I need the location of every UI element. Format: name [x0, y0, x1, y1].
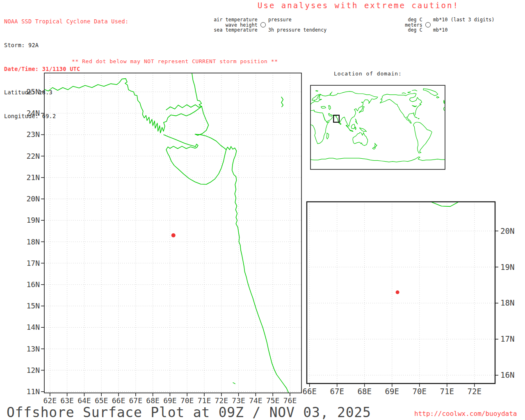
y-axis-tick-label: 12N: [26, 366, 40, 374]
y-axis-tick-label: 17N: [26, 259, 40, 267]
y-axis-tick-label: 21N: [26, 173, 40, 182]
world-coastline: [443, 100, 445, 103]
units-degc-label-bottom: deg C: [399, 27, 422, 32]
zoom-map-frame: [307, 202, 495, 383]
location-of-domain-title: Location of domain:: [334, 71, 402, 77]
cyclone-info-block: NOAA SSD Tropical Cyclone Data Used: Sto…: [4, 2, 128, 136]
x-axis-tick-label: 67E: [330, 387, 344, 396]
x-axis-tick-label: 63E: [60, 396, 74, 405]
legend-pressure-tendency-label: 3h pressure tendency: [268, 27, 326, 32]
storm-position-dot: [396, 290, 399, 294]
coastline: [195, 106, 209, 135]
y-axis-tick-label: 20N: [26, 194, 40, 203]
coastline: [382, 123, 437, 146]
x-axis-tick-label: 72E: [215, 396, 228, 405]
world-coastline: [372, 147, 375, 149]
legend-pressure-label: pressure: [268, 17, 326, 22]
world-coastline: [323, 115, 325, 121]
cyclone-data-source-line: NOAA SSD Tropical Cyclone Data Used:: [4, 18, 128, 25]
coastline: [432, 122, 482, 148]
units-model-circle-icon: [425, 22, 431, 27]
zoom-map-graticule: [307, 202, 495, 383]
x-axis-tick-label: 75E: [266, 396, 280, 405]
units-mb10-label: mb*10: [433, 27, 495, 32]
red-dot-warning: ** Red dot below may NOT represent CURRE…: [72, 58, 278, 64]
x-axis-tick-label: 69E: [163, 396, 177, 405]
station-model-circle-icon: [260, 22, 266, 27]
y-axis-tick-label: 16N: [500, 370, 514, 379]
y-axis-tick-label: 22N: [26, 152, 40, 160]
x-axis-tick-label: 74E: [249, 396, 262, 405]
x-axis-tick-label: 66E: [303, 387, 317, 396]
world-location-map: [310, 85, 445, 169]
x-axis-tick-label: 72E: [468, 387, 482, 396]
x-axis-tick-label: 62E: [43, 396, 57, 405]
y-axis-tick-label: 17N: [500, 334, 514, 343]
world-coastline: [380, 93, 422, 123]
world-coastline: [355, 119, 358, 124]
x-axis-tick-label: 76E: [283, 396, 297, 405]
world-coastline: [423, 89, 438, 96]
coastline: [233, 383, 235, 384]
storm-latitude-line: Latitude: 18.3: [4, 89, 128, 96]
world-coastline: [310, 122, 330, 144]
legend-sea-temperature-label: sea temperature: [196, 27, 258, 32]
world-coastline: [316, 91, 318, 91]
world-coastline: [412, 90, 417, 91]
coastline: [191, 28, 443, 120]
legend-air-temperature-label: air temperature: [196, 17, 258, 22]
y-axis-tick-label: 16N: [26, 280, 40, 289]
world-coastline: [329, 105, 331, 110]
y-axis-tick-label: 19N: [500, 262, 514, 272]
x-axis-tick-label: 70E: [413, 387, 427, 396]
y-axis-tick-label: 13N: [26, 345, 40, 353]
x-axis-tick-label: 67E: [129, 396, 143, 405]
y-axis-tick-label: 19N: [26, 216, 40, 224]
world-coastline: [310, 157, 445, 162]
world-coastline: [310, 91, 378, 126]
x-axis-tick-label: 68E: [358, 387, 372, 396]
coastline: [164, 135, 198, 148]
coastline: [166, 146, 226, 185]
world-coastline: [414, 116, 417, 118]
caution-banner: Use analyses with extreme caution!: [258, 1, 459, 10]
units-mb10-digits-label: mb*10 (last 3 digits): [433, 17, 495, 22]
zoom-inset-map: 66E67E68E69E70E71E72E16N17N18N19N20N: [191, 19, 525, 420]
buoy-plot-page: 62E63E64E65E66E67E68E69E70E71E72E73E74E7…: [0, 0, 525, 420]
storm-id-line: Storm: 92A: [4, 41, 128, 49]
storm-position-dot: [171, 233, 176, 237]
world-coastline: [413, 122, 432, 153]
x-axis-tick-label: 65E: [95, 396, 108, 405]
y-axis-tick-label: 20N: [500, 226, 514, 235]
coastline: [166, 105, 202, 110]
y-axis-tick-label: 15N: [26, 301, 40, 310]
coastline: [386, 142, 482, 206]
y-axis-tick-label: 14N: [26, 323, 40, 331]
units-degc-label-top: deg C: [399, 17, 422, 22]
x-axis-tick-label: 70E: [180, 396, 194, 405]
world-coastline: [418, 119, 419, 119]
world-coastline: [326, 133, 329, 139]
world-coastline: [375, 143, 377, 147]
units-meters-label: meters: [399, 23, 422, 27]
source-url-link[interactable]: http://coolwx.com/buoydata: [414, 410, 517, 418]
coastline: [281, 97, 283, 107]
coastline: [195, 134, 226, 150]
storm-longitude-line: Longitude: 69.2: [4, 112, 128, 120]
plot-title: Offshore Surface Plot at 09Z / NOV 03, 2…: [7, 404, 371, 420]
world-coastline: [436, 96, 439, 98]
y-axis-tick-label: 18N: [26, 237, 40, 246]
world-coastlines: [310, 89, 445, 162]
world-coastline: [330, 92, 332, 95]
coastline: [432, 75, 454, 124]
x-axis-tick-label: 71E: [198, 396, 211, 405]
world-coastline: [402, 93, 406, 94]
world-coastline: [408, 92, 411, 93]
world-coastline: [359, 128, 366, 132]
storm-datetime-line: Date/Time: 31/1130 UTC: [4, 65, 128, 73]
y-axis-tick-label: 18N: [500, 298, 514, 307]
world-coastline: [353, 132, 368, 146]
x-axis-tick-label: 73E: [232, 396, 245, 405]
x-axis-tick-label: 64E: [78, 396, 91, 405]
world-coastline: [321, 106, 326, 108]
